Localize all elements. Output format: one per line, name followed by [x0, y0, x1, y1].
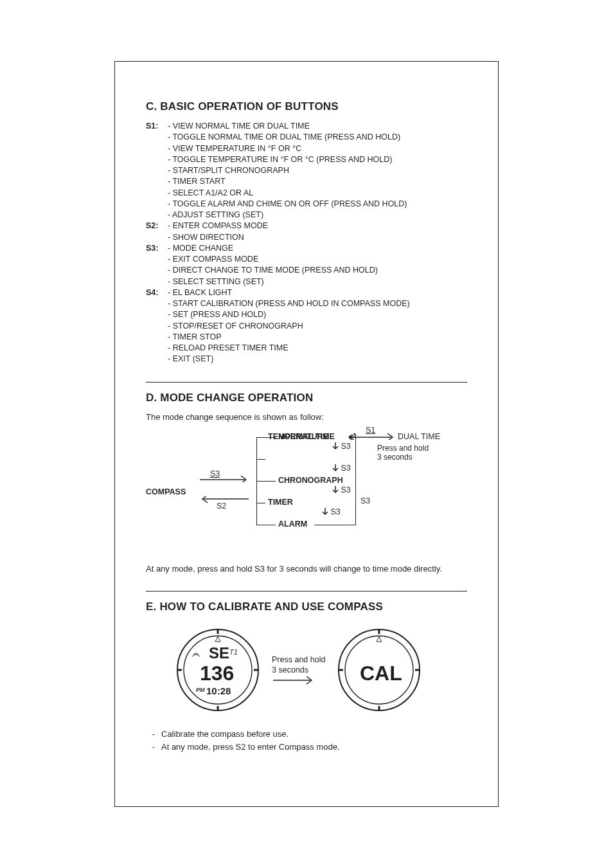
bullet-row: - Calibrate the compass before use.	[146, 728, 467, 741]
compass-dial-left: SE T1 136 PM 10:28	[175, 628, 260, 712]
list-item: - TIMER STOP	[168, 332, 410, 343]
section-e-bullets: - Calibrate the compass before use. - At…	[146, 728, 467, 753]
mode-compass: COMPASS	[146, 487, 186, 496]
arrow-down-icon	[332, 442, 339, 450]
button-operation-list: S1: - VIEW NORMAL TIME OR DUAL TIME - TO…	[146, 121, 467, 365]
list-item: - SHOW DIRECTION	[168, 232, 268, 243]
section-c-title: C. BASIC OPERATION OF BUTTONS	[146, 100, 467, 113]
s3-label: S3	[341, 442, 350, 451]
compass-s2-label: S2	[217, 502, 226, 511]
list-item: - STOP/RESET OF CHRONOGRAPH	[168, 321, 410, 332]
triangle-icon	[377, 637, 382, 642]
s3-row: S3: - MODE CHANGE - EXIT COMPASS MODE - …	[146, 243, 467, 287]
dial-deg: 136	[200, 662, 234, 685]
list-item: - VIEW NORMAL TIME OR DUAL TIME	[168, 121, 407, 132]
s4-label: S4:	[146, 287, 168, 365]
dial-cal: CAL	[360, 662, 402, 685]
s3-down-2: S3	[332, 464, 351, 473]
arrow-right-icon	[199, 473, 250, 482]
s3-down-3: S3	[332, 485, 351, 494]
diagram-line	[256, 481, 276, 482]
bullet-row: - At any mode, press S2 to enter Compass…	[146, 741, 467, 754]
compass-s3-arrow	[199, 473, 250, 484]
mode-dual-time: DUAL TIME	[398, 432, 440, 441]
diagram-line	[256, 525, 276, 525]
bullet-dash: -	[146, 728, 161, 741]
list-item: - EXIT (SET)	[168, 354, 410, 365]
mode-alarm: ALARM	[278, 520, 307, 529]
s1-label: S1	[366, 426, 375, 435]
compass-dial-right: CAL	[337, 628, 422, 712]
dial-time: 10:28	[206, 685, 231, 696]
mode-temperature: TEMPERATURE	[268, 432, 328, 441]
section-e-title: E. HOW TO CALIBRATE AND USE COMPASS	[146, 601, 467, 613]
list-item: - SELECT SETTING (SET)	[168, 276, 378, 287]
press-hold-text: Press and hold	[377, 444, 429, 453]
bullet-dash: -	[146, 741, 161, 754]
list-item: - EXIT COMPASS MODE	[168, 254, 378, 265]
list-item: - ENTER COMPASS MODE	[168, 221, 268, 231]
s3-down-4: S3	[322, 507, 341, 516]
dial-dir: SE	[209, 644, 229, 662]
dial-pm: PM	[196, 687, 205, 693]
list-item: - SELECT A1/A2 OR AL	[168, 188, 407, 199]
three-sec-text: 3 seconds	[377, 453, 413, 462]
s1-row: S1: - VIEW NORMAL TIME OR DUAL TIME - TO…	[146, 121, 467, 221]
s4-row: S4: - EL BACK LIGHT - START CALIBRATION …	[146, 287, 467, 365]
compass-s3-label: S3	[210, 469, 220, 478]
diagram-line	[256, 503, 265, 503]
list-item: - TOGGLE TEMPERATURE IN °F OR °C (PRESS …	[168, 154, 407, 165]
divider	[146, 591, 467, 592]
bullet-text: Calibrate the compass before use.	[161, 728, 289, 741]
list-item: - START CALIBRATION (PRESS AND HOLD IN C…	[168, 298, 410, 309]
list-item: - ADJUST SETTING (SET)	[168, 210, 407, 221]
diagram-line	[355, 437, 356, 525]
triangle-icon	[215, 637, 220, 642]
s3-right-label: S3	[360, 496, 370, 505]
compass-figure: SE T1 136 PM 10:28 Press and hold 3 seco…	[146, 628, 467, 712]
list-item: - TOGGLE NORMAL TIME OR DUAL TIME (PRESS…	[168, 132, 407, 143]
list-item: - SET (PRESS AND HOLD)	[168, 309, 410, 320]
list-item: - START/SPLIT CHRONOGRAPH	[168, 165, 407, 176]
bullet-text: At any mode, press S2 to enter Compass m…	[161, 741, 339, 754]
arrow-right-icon	[272, 675, 317, 685]
signal-icon	[192, 653, 200, 656]
s2-row: S2: - ENTER COMPASS MODE - SHOW DIRECTIO…	[146, 221, 467, 243]
divider	[146, 382, 467, 383]
arrow-down-icon	[332, 464, 339, 472]
list-item: - RELOAD PRESET TIMER TIME	[168, 343, 410, 354]
s2-label: S2:	[146, 221, 168, 243]
section-d-note: At any mode, press and hold S3 for 3 sec…	[146, 563, 467, 575]
list-item: - EL BACK LIGHT	[168, 287, 410, 298]
diagram-line	[256, 459, 265, 460]
diagram-line	[314, 525, 356, 525]
press-hold-label: Press and hold	[272, 655, 325, 665]
three-seconds-label: 3 seconds	[272, 665, 325, 675]
s3-label: S3	[330, 507, 340, 516]
mode-chronograph: CHRONOGRAPH	[278, 476, 343, 485]
list-item: - TIMER START	[168, 176, 407, 187]
s3-label: S3	[341, 485, 350, 494]
list-item: - DIRECT CHANGE TO TIME MODE (PRESS AND …	[168, 265, 378, 276]
section-d-title: D. MODE CHANGE OPERATION	[146, 392, 467, 404]
list-item: - VIEW TEMPERATURE IN °F OR °C	[168, 143, 407, 154]
mode-timer: TIMER	[268, 498, 293, 507]
s3-label: S3:	[146, 243, 168, 287]
arrow-down-icon	[332, 486, 339, 494]
mode-change-diagram: NORMAL TIME TEMPERATURE TEMPERATURE CHRO…	[146, 432, 467, 554]
press-hold-arrow-group: Press and hold 3 seconds	[272, 655, 325, 686]
manual-page: C. BASIC OPERATION OF BUTTONS S1: - VIEW…	[114, 61, 499, 807]
arrow-down-icon	[322, 508, 328, 516]
s3-label: S3	[341, 464, 350, 473]
dial-t1: T1	[229, 648, 238, 656]
section-d-intro: The mode change sequence is shown as fol…	[146, 412, 467, 422]
s3-down-1: S3	[332, 442, 351, 451]
list-item: - TOGGLE ALARM AND CHIME ON OR OFF (PRES…	[168, 199, 407, 210]
list-item: - MODE CHANGE	[168, 243, 378, 254]
s1-label: S1:	[146, 121, 168, 221]
